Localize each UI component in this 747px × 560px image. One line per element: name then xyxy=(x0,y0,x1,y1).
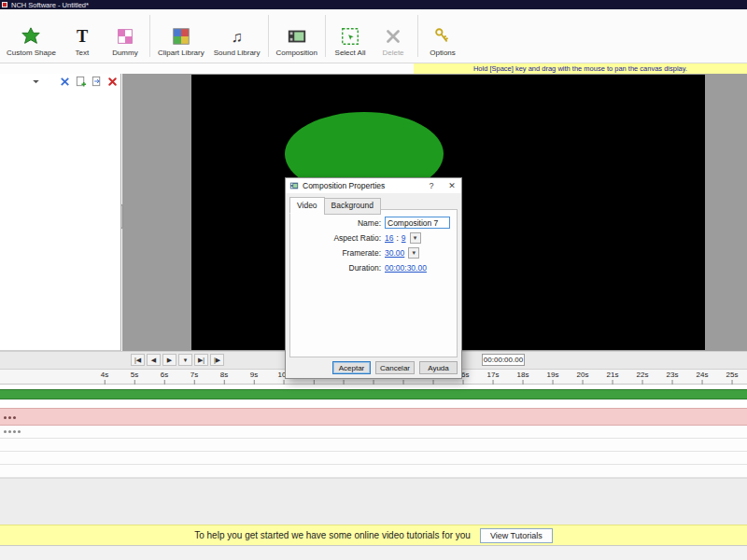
view-tutorials-button[interactable]: View Tutorials xyxy=(480,528,553,543)
toolbar-dummy-button[interactable]: Dummy xyxy=(104,22,147,61)
toolbar-separator xyxy=(149,15,150,57)
framerate-row: Framerate: 30.00 ▾ xyxy=(290,246,457,259)
ruler-tick: 22s xyxy=(637,371,649,379)
status-bar xyxy=(0,545,747,560)
sound-library-icon: ♫ xyxy=(227,26,247,47)
timeline-row[interactable] xyxy=(0,439,747,452)
ruler-tick: 18s xyxy=(517,371,529,379)
toolbar-composition-button[interactable]: Composition xyxy=(272,22,322,61)
ruler-tick: 23s xyxy=(667,371,679,379)
tab-background[interactable]: Background xyxy=(324,198,381,215)
aspect-ratio-row: Aspect Ratio: 16 : 9 ▾ xyxy=(290,231,457,244)
dialog-tab-page: Name: Aspect Ratio: 16 : 9 ▾ Framerate: … xyxy=(289,209,458,357)
name-input[interactable] xyxy=(385,217,450,229)
composition-properties-dialog: Composition Properties ? ✕ Video Backgro… xyxy=(285,177,462,379)
step-back-button[interactable]: ◀ xyxy=(147,354,161,366)
toolbar-select-all-button[interactable]: Select All xyxy=(329,22,372,61)
options-icon xyxy=(432,26,453,47)
app-icon xyxy=(2,2,7,7)
aspect-ratio-label: Aspect Ratio: xyxy=(290,233,385,243)
toolbar-sound-library-button[interactable]: ♫ Sound Library xyxy=(209,22,265,61)
media-list-panel xyxy=(0,74,121,351)
ruler-tick: 8s xyxy=(220,371,228,379)
media-panel-toolbar xyxy=(0,74,120,89)
select-all-icon xyxy=(340,26,360,47)
tab-video[interactable]: Video xyxy=(289,197,325,214)
transport-buttons: |◀ ◀ ▶ ▾ ▶| |▶ xyxy=(131,354,224,366)
toolbar-text-button[interactable]: T Text xyxy=(61,22,104,61)
timeline-row[interactable] xyxy=(0,452,747,465)
dummy-icon xyxy=(115,26,135,47)
name-label: Name: xyxy=(290,218,385,228)
toolbar-label: Delete xyxy=(382,49,403,57)
aspect-ratio-dropdown-icon[interactable]: ▾ xyxy=(410,232,421,244)
row-marker-dots xyxy=(4,430,7,433)
step-forward-button[interactable]: ▶| xyxy=(194,354,208,366)
framerate-dropdown-icon[interactable]: ▾ xyxy=(408,247,419,259)
clipart-library-icon xyxy=(171,26,191,47)
duration-row: Duration: 00:00:30.00 xyxy=(290,261,457,273)
framerate-value-link[interactable]: 30.00 xyxy=(385,248,404,258)
hint-row: Hold [Space] key and drag with the mouse… xyxy=(0,63,747,74)
toolbar-label: Select All xyxy=(335,49,366,57)
remove-item-icon[interactable] xyxy=(106,76,119,89)
aspect-height-link[interactable]: 9 xyxy=(402,233,406,243)
toolbar-separator xyxy=(417,15,418,57)
toolbar-label: Sound Library xyxy=(214,49,261,57)
go-to-end-button[interactable]: |▶ xyxy=(210,354,224,366)
ruler-tick: 4s xyxy=(101,371,108,379)
play-button[interactable]: ▶ xyxy=(162,354,176,366)
ruler-tick: 20s xyxy=(577,371,589,379)
panel-menu-chevron-icon[interactable] xyxy=(30,76,42,89)
add-item-icon[interactable] xyxy=(75,76,87,89)
tutorial-message: To help you get started we have some onl… xyxy=(194,530,471,540)
toolbar-clipart-library-button[interactable]: Clipart Library xyxy=(153,22,209,61)
dialog-close-button[interactable]: ✕ xyxy=(444,179,460,192)
ruler-tick: 21s xyxy=(607,371,619,379)
ayuda-button[interactable]: Ayuda xyxy=(419,361,458,374)
ruler-tick: 17s xyxy=(487,371,500,379)
ruler-tick: 9s xyxy=(250,371,258,379)
dialog-film-icon xyxy=(289,181,299,190)
window-title: NCH Software - Untitled* xyxy=(11,1,89,9)
toolbar-delete-button[interactable]: Delete xyxy=(372,22,415,61)
composition-icon xyxy=(287,26,307,47)
aspect-width-link[interactable]: 16 xyxy=(385,233,393,243)
dialog-titlebar[interactable]: Composition Properties ? ✕ xyxy=(286,178,461,193)
aspect-separator: : xyxy=(396,233,398,243)
dialog-title: Composition Properties xyxy=(303,181,419,190)
toolbar-label: Clipart Library xyxy=(158,49,204,57)
duration-value-link[interactable]: 00:00:30.00 xyxy=(385,263,427,273)
name-field-row: Name: xyxy=(290,217,457,229)
svg-text:♫: ♫ xyxy=(231,28,242,45)
toolbar-separator xyxy=(268,15,269,57)
main-toolbar: Custom Shape T Text Dummy Clipart Librar… xyxy=(0,9,747,63)
play-options-button[interactable]: ▾ xyxy=(178,354,192,366)
ruler-tick: 25s xyxy=(726,371,739,379)
cancelar-button[interactable]: Cancelar xyxy=(375,361,415,374)
toolbar-separator xyxy=(325,15,326,57)
timecode-display: 00:00:00.00 xyxy=(482,354,525,366)
go-to-start-button[interactable]: |◀ xyxy=(131,354,145,366)
timeline-row[interactable] xyxy=(0,465,747,478)
hint-text: Hold [Space] key and drag with the mouse… xyxy=(473,64,687,73)
timeline-empty-area xyxy=(0,478,747,525)
ruler-tick: 19s xyxy=(547,371,559,379)
ruler-tick: 5s xyxy=(131,371,138,379)
timeline-track-green[interactable] xyxy=(0,389,747,399)
toolbar-options-button[interactable]: Options xyxy=(421,22,464,61)
ruler-tick: 24s xyxy=(697,371,709,379)
toolbar-label: Composition xyxy=(276,49,317,57)
import-item-icon[interactable] xyxy=(91,76,103,89)
delete-icon xyxy=(383,26,403,47)
timeline-row[interactable] xyxy=(0,426,747,439)
tools-icon[interactable] xyxy=(59,76,71,89)
timeline-track-pink[interactable] xyxy=(0,408,747,426)
aceptar-button[interactable]: Aceptar xyxy=(332,361,371,374)
tutorial-banner: To help you get started we have some onl… xyxy=(0,525,747,545)
toolbar-label: Text xyxy=(76,49,90,57)
dialog-help-button[interactable]: ? xyxy=(423,179,440,192)
ruler-tick: 6s xyxy=(161,371,168,379)
toolbar-custom-shape-button[interactable]: Custom Shape xyxy=(2,22,61,61)
titlebar: NCH Software - Untitled* xyxy=(0,0,747,9)
